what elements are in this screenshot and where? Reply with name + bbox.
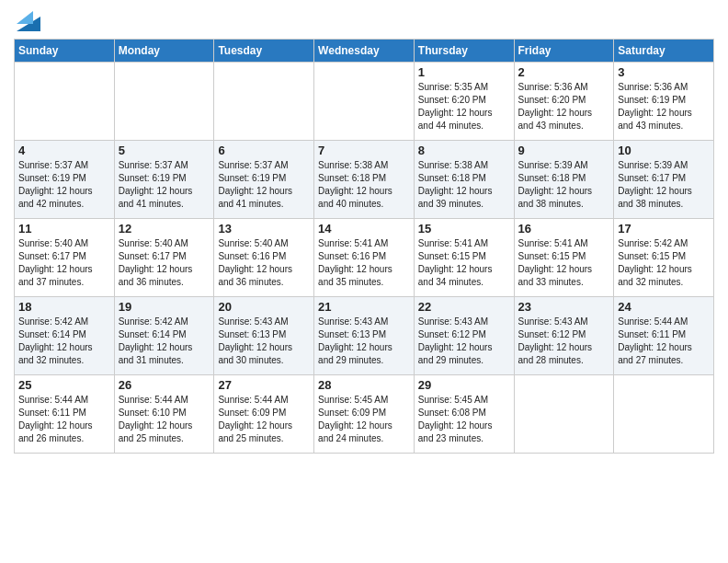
calendar-cell: 16Sunrise: 5:41 AM Sunset: 6:15 PM Dayli… [514,219,614,297]
day-number: 1 [418,65,510,79]
calendar-cell: 29Sunrise: 5:45 AM Sunset: 6:08 PM Dayli… [414,375,514,454]
day-number: 5 [119,144,210,157]
day-info: Sunrise: 5:37 AM Sunset: 6:19 PM Dayligh… [119,159,210,211]
calendar-cell: 13Sunrise: 5:40 AM Sunset: 6:16 PM Dayli… [214,219,314,297]
day-info: Sunrise: 5:36 AM Sunset: 6:19 PM Dayligh… [618,81,710,132]
calendar-cell: 22Sunrise: 5:43 AM Sunset: 6:12 PM Dayli… [414,297,514,375]
calendar-cell: 25Sunrise: 5:44 AM Sunset: 6:11 PM Dayli… [15,375,115,454]
day-info: Sunrise: 5:36 AM Sunset: 6:20 PM Dayligh… [518,81,610,132]
day-number: 13 [218,222,310,236]
day-info: Sunrise: 5:40 AM Sunset: 6:16 PM Dayligh… [218,237,310,289]
calendar-cell: 6Sunrise: 5:37 AM Sunset: 6:19 PM Daylig… [214,141,314,219]
day-info: Sunrise: 5:38 AM Sunset: 6:18 PM Dayligh… [418,159,510,211]
day-info: Sunrise: 5:43 AM Sunset: 6:13 PM Dayligh… [218,316,310,367]
day-number: 26 [119,378,210,392]
calendar-week-row: 11Sunrise: 5:40 AM Sunset: 6:17 PM Dayli… [15,219,714,297]
calendar-cell: 28Sunrise: 5:45 AM Sunset: 6:09 PM Dayli… [314,375,415,454]
calendar-header-row: SundayMondayTuesdayWednesdayThursdayFrid… [15,40,714,63]
calendar-cell: 23Sunrise: 5:43 AM Sunset: 6:12 PM Dayli… [514,297,614,375]
calendar-week-row: 18Sunrise: 5:42 AM Sunset: 6:14 PM Dayli… [15,297,714,375]
calendar-cell: 9Sunrise: 5:39 AM Sunset: 6:18 PM Daylig… [514,141,614,219]
day-number: 20 [218,300,310,314]
day-info: Sunrise: 5:38 AM Sunset: 6:18 PM Dayligh… [318,159,410,211]
day-info: Sunrise: 5:42 AM Sunset: 6:14 PM Dayligh… [18,316,110,367]
day-number: 3 [618,65,710,79]
day-info: Sunrise: 5:43 AM Sunset: 6:13 PM Dayligh… [318,316,410,367]
day-number: 6 [218,144,310,157]
calendar-cell: 11Sunrise: 5:40 AM Sunset: 6:17 PM Dayli… [15,219,115,297]
day-info: Sunrise: 5:41 AM Sunset: 6:15 PM Dayligh… [418,237,510,289]
calendar-cell: 2Sunrise: 5:36 AM Sunset: 6:20 PM Daylig… [514,63,614,141]
calendar-table: SundayMondayTuesdayWednesdayThursdayFrid… [14,39,714,454]
calendar-cell: 5Sunrise: 5:37 AM Sunset: 6:19 PM Daylig… [114,141,214,219]
day-number: 25 [18,378,110,392]
day-info: Sunrise: 5:42 AM Sunset: 6:15 PM Dayligh… [618,237,710,289]
day-number: 12 [119,222,210,236]
day-number: 22 [418,300,510,314]
day-number: 2 [518,65,610,79]
day-number: 29 [418,378,510,392]
day-info: Sunrise: 5:45 AM Sunset: 6:09 PM Dayligh… [318,394,410,445]
calendar-week-row: 4Sunrise: 5:37 AM Sunset: 6:19 PM Daylig… [15,141,714,219]
day-info: Sunrise: 5:41 AM Sunset: 6:16 PM Dayligh… [318,237,410,289]
col-header-saturday: Saturday [614,40,714,63]
calendar-cell: 20Sunrise: 5:43 AM Sunset: 6:13 PM Dayli… [214,297,314,375]
day-info: Sunrise: 5:37 AM Sunset: 6:19 PM Dayligh… [218,159,310,211]
day-number: 23 [518,300,610,314]
day-info: Sunrise: 5:43 AM Sunset: 6:12 PM Dayligh… [518,316,610,367]
calendar-cell [214,63,314,141]
day-info: Sunrise: 5:39 AM Sunset: 6:18 PM Dayligh… [518,159,610,211]
calendar-cell [15,63,115,141]
col-header-sunday: Sunday [15,40,115,63]
day-number: 9 [518,144,610,157]
calendar-cell: 15Sunrise: 5:41 AM Sunset: 6:15 PM Dayli… [414,219,514,297]
day-info: Sunrise: 5:44 AM Sunset: 6:11 PM Dayligh… [18,394,110,445]
page-header [14,9,714,35]
col-header-tuesday: Tuesday [214,40,314,63]
calendar-cell [114,63,214,141]
col-header-thursday: Thursday [414,40,514,63]
calendar-cell: 27Sunrise: 5:44 AM Sunset: 6:09 PM Dayli… [214,375,314,454]
day-number: 14 [318,222,410,236]
day-number: 15 [418,222,510,236]
day-number: 8 [418,144,510,157]
day-number: 17 [618,222,710,236]
calendar-cell: 3Sunrise: 5:36 AM Sunset: 6:19 PM Daylig… [614,63,714,141]
col-header-friday: Friday [514,40,614,63]
logo [14,9,40,35]
calendar-cell [514,375,614,454]
calendar-cell: 10Sunrise: 5:39 AM Sunset: 6:17 PM Dayli… [614,141,714,219]
calendar-cell: 18Sunrise: 5:42 AM Sunset: 6:14 PM Dayli… [15,297,115,375]
calendar-cell: 17Sunrise: 5:42 AM Sunset: 6:15 PM Dayli… [614,219,714,297]
calendar-cell: 4Sunrise: 5:37 AM Sunset: 6:19 PM Daylig… [15,141,115,219]
svg-marker-1 [17,11,33,24]
day-info: Sunrise: 5:43 AM Sunset: 6:12 PM Dayligh… [418,316,510,367]
day-info: Sunrise: 5:44 AM Sunset: 6:10 PM Dayligh… [119,394,210,445]
calendar-cell: 7Sunrise: 5:38 AM Sunset: 6:18 PM Daylig… [314,141,415,219]
day-info: Sunrise: 5:44 AM Sunset: 6:09 PM Dayligh… [218,394,310,445]
col-header-monday: Monday [114,40,214,63]
calendar-cell: 14Sunrise: 5:41 AM Sunset: 6:16 PM Dayli… [314,219,415,297]
day-number: 11 [18,222,110,236]
day-number: 21 [318,300,410,314]
calendar-cell: 26Sunrise: 5:44 AM Sunset: 6:10 PM Dayli… [114,375,214,454]
calendar-cell: 21Sunrise: 5:43 AM Sunset: 6:13 PM Dayli… [314,297,415,375]
day-number: 10 [618,144,710,157]
calendar-cell [614,375,714,454]
day-info: Sunrise: 5:41 AM Sunset: 6:15 PM Dayligh… [518,237,610,289]
day-info: Sunrise: 5:42 AM Sunset: 6:14 PM Dayligh… [119,316,210,367]
day-number: 24 [618,300,710,314]
calendar-cell [314,63,415,141]
day-info: Sunrise: 5:35 AM Sunset: 6:20 PM Dayligh… [418,81,510,132]
calendar-cell: 8Sunrise: 5:38 AM Sunset: 6:18 PM Daylig… [414,141,514,219]
day-number: 16 [518,222,610,236]
day-number: 4 [18,144,110,157]
day-number: 27 [218,378,310,392]
calendar-week-row: 1Sunrise: 5:35 AM Sunset: 6:20 PM Daylig… [15,63,714,141]
day-info: Sunrise: 5:37 AM Sunset: 6:19 PM Dayligh… [18,159,110,211]
calendar-cell: 12Sunrise: 5:40 AM Sunset: 6:17 PM Dayli… [114,219,214,297]
day-number: 19 [119,300,210,314]
logo-icon [17,7,40,31]
calendar-cell: 19Sunrise: 5:42 AM Sunset: 6:14 PM Dayli… [114,297,214,375]
calendar-week-row: 25Sunrise: 5:44 AM Sunset: 6:11 PM Dayli… [15,375,714,454]
